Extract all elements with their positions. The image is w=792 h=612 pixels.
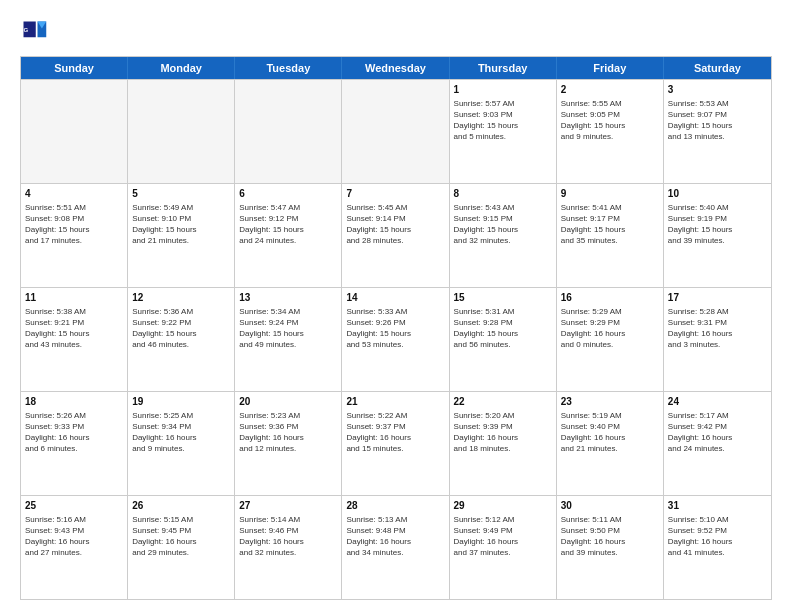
page: G SundayMondayTuesdayWednesdayThursdayFr…: [0, 0, 792, 612]
calendar-body: 1Sunrise: 5:57 AM Sunset: 9:03 PM Daylig…: [21, 79, 771, 599]
day-number: 4: [25, 187, 123, 201]
day-info: Sunrise: 5:31 AM Sunset: 9:28 PM Dayligh…: [454, 306, 552, 351]
day-info: Sunrise: 5:33 AM Sunset: 9:26 PM Dayligh…: [346, 306, 444, 351]
calendar-cell: 9Sunrise: 5:41 AM Sunset: 9:17 PM Daylig…: [557, 184, 664, 287]
day-number: 13: [239, 291, 337, 305]
day-header-tuesday: Tuesday: [235, 57, 342, 79]
day-number: 7: [346, 187, 444, 201]
calendar-cell: 27Sunrise: 5:14 AM Sunset: 9:46 PM Dayli…: [235, 496, 342, 599]
day-info: Sunrise: 5:34 AM Sunset: 9:24 PM Dayligh…: [239, 306, 337, 351]
header: G: [20, 18, 772, 46]
calendar-cell: 30Sunrise: 5:11 AM Sunset: 9:50 PM Dayli…: [557, 496, 664, 599]
day-info: Sunrise: 5:55 AM Sunset: 9:05 PM Dayligh…: [561, 98, 659, 143]
day-info: Sunrise: 5:49 AM Sunset: 9:10 PM Dayligh…: [132, 202, 230, 247]
calendar-row-4: 18Sunrise: 5:26 AM Sunset: 9:33 PM Dayli…: [21, 391, 771, 495]
calendar-cell: 24Sunrise: 5:17 AM Sunset: 9:42 PM Dayli…: [664, 392, 771, 495]
calendar-cell: 7Sunrise: 5:45 AM Sunset: 9:14 PM Daylig…: [342, 184, 449, 287]
day-info: Sunrise: 5:20 AM Sunset: 9:39 PM Dayligh…: [454, 410, 552, 455]
calendar-cell: [21, 80, 128, 183]
day-number: 22: [454, 395, 552, 409]
calendar-cell: 29Sunrise: 5:12 AM Sunset: 9:49 PM Dayli…: [450, 496, 557, 599]
day-number: 23: [561, 395, 659, 409]
calendar-cell: 10Sunrise: 5:40 AM Sunset: 9:19 PM Dayli…: [664, 184, 771, 287]
day-info: Sunrise: 5:47 AM Sunset: 9:12 PM Dayligh…: [239, 202, 337, 247]
calendar-cell: 16Sunrise: 5:29 AM Sunset: 9:29 PM Dayli…: [557, 288, 664, 391]
day-info: Sunrise: 5:28 AM Sunset: 9:31 PM Dayligh…: [668, 306, 767, 351]
logo-icon: G: [20, 18, 48, 46]
day-info: Sunrise: 5:36 AM Sunset: 9:22 PM Dayligh…: [132, 306, 230, 351]
day-info: Sunrise: 5:51 AM Sunset: 9:08 PM Dayligh…: [25, 202, 123, 247]
day-number: 17: [668, 291, 767, 305]
calendar-cell: 17Sunrise: 5:28 AM Sunset: 9:31 PM Dayli…: [664, 288, 771, 391]
day-number: 14: [346, 291, 444, 305]
day-info: Sunrise: 5:41 AM Sunset: 9:17 PM Dayligh…: [561, 202, 659, 247]
day-number: 15: [454, 291, 552, 305]
day-header-thursday: Thursday: [450, 57, 557, 79]
day-number: 21: [346, 395, 444, 409]
day-number: 27: [239, 499, 337, 513]
day-info: Sunrise: 5:11 AM Sunset: 9:50 PM Dayligh…: [561, 514, 659, 559]
logo: G: [20, 18, 52, 46]
day-number: 18: [25, 395, 123, 409]
day-info: Sunrise: 5:43 AM Sunset: 9:15 PM Dayligh…: [454, 202, 552, 247]
calendar: SundayMondayTuesdayWednesdayThursdayFrid…: [20, 56, 772, 600]
calendar-cell: 12Sunrise: 5:36 AM Sunset: 9:22 PM Dayli…: [128, 288, 235, 391]
svg-text:G: G: [24, 26, 29, 33]
day-info: Sunrise: 5:16 AM Sunset: 9:43 PM Dayligh…: [25, 514, 123, 559]
day-info: Sunrise: 5:29 AM Sunset: 9:29 PM Dayligh…: [561, 306, 659, 351]
calendar-cell: 14Sunrise: 5:33 AM Sunset: 9:26 PM Dayli…: [342, 288, 449, 391]
day-number: 10: [668, 187, 767, 201]
day-number: 2: [561, 83, 659, 97]
day-header-sunday: Sunday: [21, 57, 128, 79]
calendar-cell: 20Sunrise: 5:23 AM Sunset: 9:36 PM Dayli…: [235, 392, 342, 495]
calendar-cell: [342, 80, 449, 183]
day-number: 16: [561, 291, 659, 305]
day-info: Sunrise: 5:12 AM Sunset: 9:49 PM Dayligh…: [454, 514, 552, 559]
day-number: 11: [25, 291, 123, 305]
day-number: 31: [668, 499, 767, 513]
calendar-cell: 13Sunrise: 5:34 AM Sunset: 9:24 PM Dayli…: [235, 288, 342, 391]
day-number: 19: [132, 395, 230, 409]
day-info: Sunrise: 5:45 AM Sunset: 9:14 PM Dayligh…: [346, 202, 444, 247]
day-number: 5: [132, 187, 230, 201]
day-info: Sunrise: 5:53 AM Sunset: 9:07 PM Dayligh…: [668, 98, 767, 143]
calendar-cell: 19Sunrise: 5:25 AM Sunset: 9:34 PM Dayli…: [128, 392, 235, 495]
day-info: Sunrise: 5:40 AM Sunset: 9:19 PM Dayligh…: [668, 202, 767, 247]
calendar-cell: 28Sunrise: 5:13 AM Sunset: 9:48 PM Dayli…: [342, 496, 449, 599]
day-number: 6: [239, 187, 337, 201]
day-number: 9: [561, 187, 659, 201]
calendar-row-5: 25Sunrise: 5:16 AM Sunset: 9:43 PM Dayli…: [21, 495, 771, 599]
day-header-wednesday: Wednesday: [342, 57, 449, 79]
calendar-cell: 31Sunrise: 5:10 AM Sunset: 9:52 PM Dayli…: [664, 496, 771, 599]
day-info: Sunrise: 5:25 AM Sunset: 9:34 PM Dayligh…: [132, 410, 230, 455]
calendar-row-3: 11Sunrise: 5:38 AM Sunset: 9:21 PM Dayli…: [21, 287, 771, 391]
calendar-row-1: 1Sunrise: 5:57 AM Sunset: 9:03 PM Daylig…: [21, 79, 771, 183]
calendar-cell: [128, 80, 235, 183]
day-number: 28: [346, 499, 444, 513]
day-info: Sunrise: 5:15 AM Sunset: 9:45 PM Dayligh…: [132, 514, 230, 559]
day-info: Sunrise: 5:26 AM Sunset: 9:33 PM Dayligh…: [25, 410, 123, 455]
day-info: Sunrise: 5:38 AM Sunset: 9:21 PM Dayligh…: [25, 306, 123, 351]
day-number: 8: [454, 187, 552, 201]
calendar-cell: 23Sunrise: 5:19 AM Sunset: 9:40 PM Dayli…: [557, 392, 664, 495]
calendar-cell: 8Sunrise: 5:43 AM Sunset: 9:15 PM Daylig…: [450, 184, 557, 287]
calendar-header: SundayMondayTuesdayWednesdayThursdayFrid…: [21, 57, 771, 79]
day-header-saturday: Saturday: [664, 57, 771, 79]
day-info: Sunrise: 5:13 AM Sunset: 9:48 PM Dayligh…: [346, 514, 444, 559]
calendar-cell: 21Sunrise: 5:22 AM Sunset: 9:37 PM Dayli…: [342, 392, 449, 495]
calendar-cell: 26Sunrise: 5:15 AM Sunset: 9:45 PM Dayli…: [128, 496, 235, 599]
day-info: Sunrise: 5:22 AM Sunset: 9:37 PM Dayligh…: [346, 410, 444, 455]
day-header-friday: Friday: [557, 57, 664, 79]
day-number: 3: [668, 83, 767, 97]
day-info: Sunrise: 5:10 AM Sunset: 9:52 PM Dayligh…: [668, 514, 767, 559]
calendar-cell: 25Sunrise: 5:16 AM Sunset: 9:43 PM Dayli…: [21, 496, 128, 599]
day-number: 26: [132, 499, 230, 513]
calendar-cell: [235, 80, 342, 183]
calendar-cell: 11Sunrise: 5:38 AM Sunset: 9:21 PM Dayli…: [21, 288, 128, 391]
calendar-cell: 5Sunrise: 5:49 AM Sunset: 9:10 PM Daylig…: [128, 184, 235, 287]
calendar-cell: 1Sunrise: 5:57 AM Sunset: 9:03 PM Daylig…: [450, 80, 557, 183]
day-number: 1: [454, 83, 552, 97]
day-number: 30: [561, 499, 659, 513]
calendar-cell: 18Sunrise: 5:26 AM Sunset: 9:33 PM Dayli…: [21, 392, 128, 495]
day-info: Sunrise: 5:57 AM Sunset: 9:03 PM Dayligh…: [454, 98, 552, 143]
